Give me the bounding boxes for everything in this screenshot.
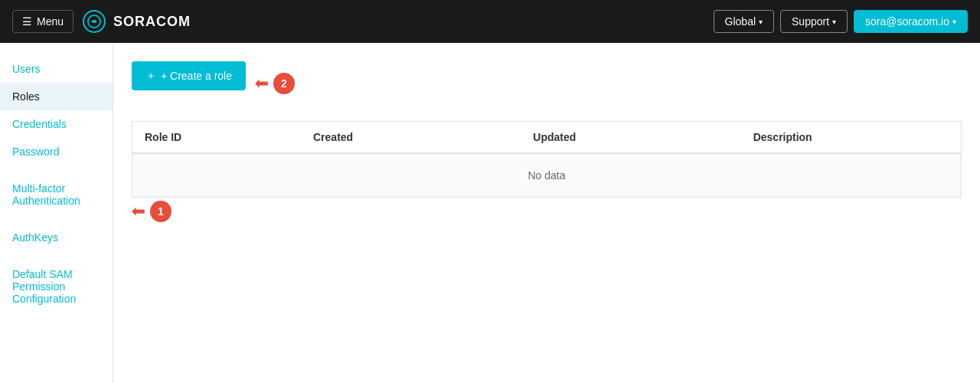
sidebar-item-password[interactable]: Password: [0, 138, 113, 165]
hamburger-icon: ☰: [22, 15, 32, 28]
arrow-left-annotation-2: ➡: [255, 74, 269, 93]
sidebar-item-mfa[interactable]: Multi-factor Authentication: [0, 175, 113, 214]
menu-label: Menu: [37, 15, 64, 28]
sidebar-item-default-sam[interactable]: Default SAM Permission Configuration: [0, 260, 113, 313]
col-role-id: Role ID: [132, 122, 301, 152]
sidebar: Users Roles Credentials Password Multi-f…: [0, 43, 113, 383]
user-button[interactable]: sora@soracom.io ▾: [854, 10, 968, 33]
support-dropdown-arrow: ▾: [832, 18, 836, 26]
global-button[interactable]: Global ▾: [714, 10, 774, 33]
annotation-badge-1: 1: [150, 201, 172, 222]
header: ☰ Menu SORACOM Global ▾ Support ▾ sora@s…: [0, 0, 980, 43]
support-button[interactable]: Support ▾: [780, 10, 848, 33]
create-role-label: + Create a role: [161, 70, 232, 82]
main-content: ＋ + Create a role ➡ 2 Role ID Created Up…: [113, 43, 980, 383]
header-left: ☰ Menu SORACOM: [12, 10, 191, 33]
table-body: No data: [132, 154, 961, 197]
table-wrapper: Role ID Created Updated Description No d…: [132, 121, 962, 222]
create-role-button[interactable]: ＋ + Create a role: [132, 61, 246, 90]
logo-text: SORACOM: [113, 14, 191, 30]
sidebar-item-authkeys[interactable]: AuthKeys: [0, 224, 113, 251]
sidebar-item-roles[interactable]: Roles: [0, 83, 113, 110]
sidebar-item-credentials[interactable]: Credentials: [0, 110, 113, 138]
layout: Users Roles Credentials Password Multi-f…: [0, 43, 980, 383]
sidebar-item-users[interactable]: Users: [0, 55, 113, 83]
user-dropdown-arrow: ▾: [952, 18, 956, 26]
plus-icon: ＋: [145, 69, 156, 83]
support-label: Support: [792, 15, 829, 28]
global-label: Global: [725, 15, 756, 28]
sidebar-divider-2: [0, 214, 113, 224]
header-right: Global ▾ Support ▾ sora@soracom.io ▾: [714, 10, 968, 33]
annotation-badge-2: 2: [273, 73, 295, 94]
annotation-row-1: ➡ 1: [132, 201, 962, 222]
top-annotation-row: ＋ + Create a role ➡ 2: [132, 61, 962, 106]
sidebar-divider-3: [0, 251, 113, 260]
table-annotation-row: Role ID Created Updated Description No d…: [132, 121, 962, 222]
table-header: Role ID Created Updated Description: [132, 122, 961, 154]
col-description: Description: [741, 122, 961, 152]
logo: SORACOM: [83, 10, 191, 33]
sidebar-divider: [0, 165, 113, 175]
col-updated: Updated: [521, 122, 740, 152]
col-created: Created: [301, 122, 521, 152]
no-data-label: No data: [132, 154, 961, 197]
roles-table: Role ID Created Updated Description No d…: [132, 121, 962, 198]
arrow-left-annotation-1: ➡: [132, 201, 145, 221]
global-dropdown-arrow: ▾: [759, 18, 763, 26]
menu-button[interactable]: ☰ Menu: [12, 10, 74, 33]
user-label: sora@soracom.io: [865, 15, 949, 28]
soracom-logo-icon: [83, 10, 106, 33]
